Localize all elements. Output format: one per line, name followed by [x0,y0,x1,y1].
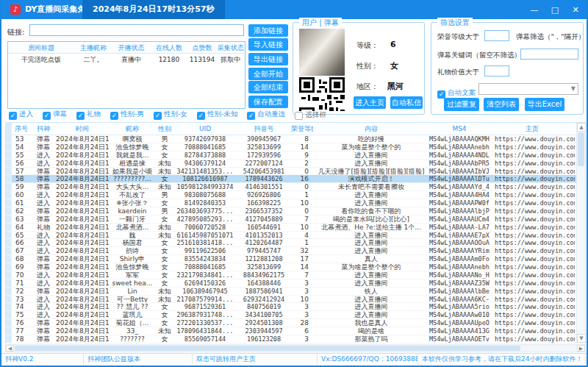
filter-checkbox-1[interactable]: ✓进入 [9,110,33,120]
message-row[interactable]: 62弹幕2024年8月24日17...kaerdein男263403693775… [6,207,585,215]
save-config-button[interactable]: 保存配置 [248,96,288,108]
message-row[interactable]: 57弹幕2024年8月24日17...如果我是小顷未知342131481353.… [6,168,585,176]
message-row[interactable]: 64礼物2024年8月24日17...北慕煮酒...未知700607205281… [6,224,585,232]
message-row[interactable]: 75进入2024年8月24日17...蓝琪儿女296387931748...34… [6,311,585,319]
message-cell: 未知 [156,183,173,190]
message-row[interactable]: 69弹幕2024年8月24日17...池鱼惊梦晚女708880416853258… [6,263,585,271]
filter-checkbox-2[interactable]: ✓弹幕 [43,110,67,120]
filter-checkbox-5[interactable]: ✓性别-女 [154,110,187,120]
message-cell: 2024年8月24日17... [56,191,109,199]
messages-col-header[interactable]: 抖神 [31,123,56,135]
message-row[interactable]: 68弹幕2024年8月24日17...Shirly申女8355424383412… [6,255,585,263]
message-cell: 4120264487 [237,239,291,246]
vertical-scrollbar[interactable]: ▲ ▼ [576,123,585,343]
room-cell: 干完活吃点饭 [8,54,74,65]
vertical-scroll-thumb[interactable] [578,132,584,166]
row-selector-cell [6,160,12,167]
export-links-button[interactable]: 导出链接 [248,53,288,65]
scroll-right-icon[interactable]: ▶ [577,345,585,352]
message-row[interactable]: 56进入2024年8月24日17...相遇是缘未知943063791242272… [6,160,585,168]
filter-checkbox-4[interactable]: ✓性别-男 [110,110,144,120]
message-row[interactable]: 58弹幕2024年8月24日17...?????????...女10812661… [6,175,585,183]
maximize-icon[interactable]: □ [550,5,560,15]
message-row[interactable]: 78弹幕2024年8月24日17...???????女8556905714419… [6,335,585,343]
close-icon[interactable]: ✕ [570,5,581,15]
stop-all-button[interactable]: 全部结束 [248,81,288,93]
auto-dm-button[interactable]: 自动私信 [390,96,423,109]
message-cell: 女 [156,143,173,151]
message-row[interactable]: 60进入2024年8月24日17...不乱改了男9830807568892692… [6,191,585,199]
messages-table[interactable]: 序号抖神时间昵称性别UID抖音号荣誉等级内容MS4主页 53弹幕2024年8月2… [5,122,586,343]
messages-col-header[interactable]: 昵称 [109,123,156,135]
messages-col-header[interactable]: 抖音号 [237,123,291,135]
filter-checkbox-8[interactable]: ✓选择框 [295,110,326,120]
message-row[interactable]: 59弹幕2024年8月24日17...大头大头...未知105981284993… [6,183,585,191]
message-cell: 2303944597 [237,327,291,335]
filter-checkbox-3[interactable]: ✓礼物 [76,110,101,120]
message-row[interactable]: 55进入2024年8月24日17...我就是我...女8278437388817… [6,152,585,160]
messages-col-header[interactable]: UID [173,123,237,135]
messages-col-header[interactable]: 内容 [313,123,429,135]
message-row[interactable]: 61进入2024年8月24日17...❄张小张？女814928403531663… [6,199,585,207]
message-row[interactable]: 53弹幕2024年8月24日17...啊窝额男93742697938390945… [6,135,585,143]
message-cell: MS4wLjABAAAA5rio... [429,303,490,310]
messages-col-header[interactable]: 性别 [156,123,173,135]
message-cell: https://www.douyin.com/use [490,207,575,215]
room-cell: 113194 [188,54,217,65]
start-all-button[interactable]: 全部开始 [248,68,288,80]
link-input[interactable] [29,24,244,36]
horizontal-scroll-thumb[interactable] [15,346,520,351]
export-excel-button[interactable]: 导出Excel [525,98,564,111]
gift-value-input[interactable] [484,65,509,76]
auto-text-combobox[interactable]: ▼ [478,83,578,95]
clear-list-button[interactable]: 清空列表 [484,98,519,111]
auto-text-checkbox[interactable]: ✓自动文案 [437,84,476,99]
room-row[interactable]: 干完活吃点饭二丫。直播中12180113194抓取中 [8,54,245,65]
message-cell: 女 [156,255,173,263]
enter-homepage-button[interactable]: 进入主页 [354,96,386,109]
message-cell: 进入 [31,279,56,287]
message-row[interactable]: 76弹幕2024年8月24日17...菊花姐（...女272201330537.… [6,319,585,327]
message-row[interactable]: 67进入2024年8月24日17...韵诗女991196225069794457… [6,247,585,255]
message-row[interactable]: 66进入2024年8月24日17...杨国君女251610381418...41… [6,239,585,247]
message-cell: 吃的好慢 [313,135,429,143]
message-row[interactable]: 72弹幕2024年8月24日17...Lin未知1063894679451887… [6,288,585,296]
messages-col-header[interactable]: 主页 [490,123,575,135]
import-links-button[interactable]: 导入链接 [248,38,288,51]
scroll-up-icon[interactable]: ▲ [577,123,586,132]
qr-code [299,77,345,111]
message-row[interactable]: 70进入2024年8月24日17...军军女232179834841...884… [6,271,585,279]
message-cell: 未长青吧不需要看擦妆 [313,183,429,190]
message-row[interactable]: 65进入2024年8月24日17...魏未知616145987051071410… [6,232,585,240]
messages-col-header[interactable]: 荣誉等级 [291,123,313,135]
message-row[interactable]: 77弹幕2024年8月24日17...33_未知178096431844...2… [6,327,585,335]
filter-duplicates-button[interactable]: 过滤重复 [444,98,479,111]
scroll-down-icon[interactable]: ▼ [577,334,586,343]
message-cell: 菜为啥是整个整个的 [313,263,429,271]
honor-level-input[interactable] [484,30,509,41]
messages-col-header[interactable]: 时间 [56,123,109,135]
filter-checkbox-label: 性别-男 [121,110,144,118]
status-item-4: Vx:DS666697/QQ：1069388893 [318,354,418,365]
message-cell: MS4wLjABAAAAPW0f... [429,199,490,207]
room-table[interactable]: 房间标题主播昵称开播状态在线人数点赞数采集状态 干完活吃点饭二丫。直播中1218… [7,41,245,109]
message-cell: 进入直播间 [313,232,429,239]
horizontal-scrollbar[interactable]: ◀ ▶ [5,344,586,352]
message-row[interactable]: 71进入2024年8月24日17...sweet hea...女62694150… [6,279,585,288]
row-selector-header [6,123,12,135]
filter-checkbox-6[interactable]: ✓性别-未知 [197,110,237,120]
message-row[interactable]: 74进入2024年8月24日17...?? 慧儿 ??女968715293618… [6,303,585,311]
message-row[interactable]: 63弹幕2024年8月24日17...一颗门牙女427895085293...4… [6,215,585,224]
message-row[interactable]: 73进入2024年8月24日17...可一Betty未知217087579914… [6,296,585,304]
message-cell: MS4wLjABAAAAbPR5... [429,160,490,167]
filter-checkbox-7[interactable]: ✓自动重连 [247,110,285,120]
message-cell: 72 [12,288,31,295]
keyword-input[interactable] [520,49,578,60]
minimize-icon[interactable]: — [529,5,539,15]
messages-col-header[interactable]: 序号 [12,123,31,135]
message-row[interactable]: 54弹幕2024年8月24日17...池鱼惊梦晚女708880416853258… [6,143,585,152]
messages-col-header[interactable]: MS4 [429,123,490,135]
message-cell: https://www.douyin.com/use [490,288,575,295]
scroll-left-icon[interactable]: ◀ [6,345,14,352]
add-link-button[interactable]: 添加链接 [248,24,288,37]
